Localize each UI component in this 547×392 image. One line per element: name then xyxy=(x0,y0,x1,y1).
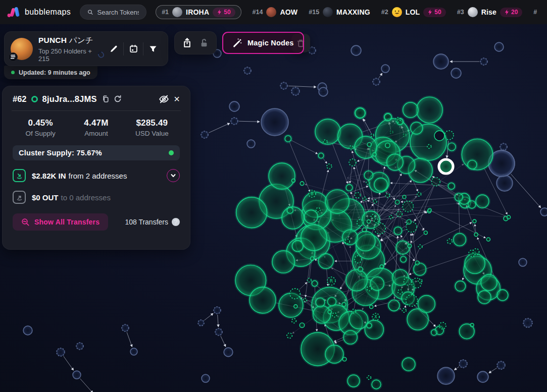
holder-bubble[interactable] xyxy=(372,380,381,389)
holder-bubble[interactable] xyxy=(327,164,332,169)
holder-bubble[interactable] xyxy=(373,200,377,203)
holder-bubble[interactable] xyxy=(342,357,346,361)
holder-bubble[interactable] xyxy=(323,140,327,144)
holder-bubble[interactable] xyxy=(476,195,489,208)
holder-bubble[interactable] xyxy=(362,228,366,232)
holder-bubble[interactable] xyxy=(373,152,376,156)
holder-bubble[interactable] xyxy=(303,298,307,302)
holder-bubble[interactable] xyxy=(250,287,276,313)
holder-bubble[interactable] xyxy=(327,297,336,306)
holder-bubble[interactable] xyxy=(370,305,373,309)
holder-bubble[interactable] xyxy=(395,118,401,123)
holder-bubble[interactable] xyxy=(388,300,400,311)
holder-bubble[interactable] xyxy=(301,225,327,250)
outside-bubble[interactable] xyxy=(496,175,513,191)
holder-bubble[interactable] xyxy=(387,154,404,171)
share-button[interactable] xyxy=(182,38,192,48)
holder-bubble[interactable] xyxy=(468,201,476,208)
holder-bubble[interactable] xyxy=(478,291,491,304)
holder-bubble[interactable] xyxy=(315,119,340,144)
outside-bubble[interactable] xyxy=(261,108,288,136)
holder-bubble[interactable] xyxy=(474,233,478,236)
outside-bubble[interactable] xyxy=(519,258,527,266)
holder-bubble[interactable] xyxy=(385,143,390,148)
holder-bubble[interactable] xyxy=(370,277,384,291)
holder-bubble[interactable] xyxy=(374,178,387,191)
lock-button[interactable] xyxy=(200,38,209,48)
holder-bubble[interactable] xyxy=(316,208,320,212)
outside-bubble[interactable] xyxy=(229,101,239,111)
holder-bubble[interactable] xyxy=(349,159,356,166)
holder-bubble[interactable] xyxy=(352,309,356,313)
outside-bubble[interactable] xyxy=(214,307,221,314)
holder-bubble[interactable] xyxy=(358,267,363,271)
holder-bubble[interactable] xyxy=(367,142,371,146)
outside-bubble[interactable] xyxy=(76,343,83,350)
outside-bubble[interactable] xyxy=(373,78,380,85)
holder-bubble[interactable] xyxy=(355,256,362,263)
holder-bubble[interactable] xyxy=(374,223,385,234)
holder-bubble[interactable] xyxy=(418,279,422,283)
holder-bubble[interactable] xyxy=(403,201,413,211)
holder-bubble[interactable] xyxy=(291,179,295,182)
history-button[interactable] xyxy=(124,39,143,59)
holder-bubble[interactable] xyxy=(343,330,357,344)
holder-bubble[interactable] xyxy=(305,210,318,223)
holder-bubble[interactable] xyxy=(417,192,421,196)
trending-token-maxxing[interactable]: #15MAXXING xyxy=(309,7,370,17)
holder-bubble[interactable] xyxy=(363,197,366,200)
outside-bubble[interactable] xyxy=(494,42,504,51)
holder-bubble[interactable] xyxy=(380,265,383,268)
holder-bubble[interactable] xyxy=(342,230,358,245)
outside-bubble[interactable] xyxy=(23,326,32,335)
holder-bubble[interactable] xyxy=(272,251,294,273)
holder-bubble[interactable] xyxy=(357,219,363,226)
holder-bubble[interactable] xyxy=(292,241,303,252)
holder-bubble[interactable] xyxy=(345,239,350,244)
outside-bubble[interactable] xyxy=(291,87,300,95)
holder-bubble[interactable] xyxy=(394,227,402,235)
trending-token-partial[interactable]: # xyxy=(533,9,537,16)
holder-bubble[interactable] xyxy=(294,305,297,308)
holder-bubble[interactable] xyxy=(455,193,463,201)
holder-bubble[interactable] xyxy=(316,298,325,307)
holder-bubble[interactable] xyxy=(332,313,337,317)
holder-bubble[interactable] xyxy=(325,190,349,213)
holder-bubble[interactable] xyxy=(318,153,323,158)
holder-bubble[interactable] xyxy=(292,318,296,323)
holder-bubble[interactable] xyxy=(411,122,423,134)
outside-bubble[interactable] xyxy=(480,58,487,65)
outside-bubble[interactable] xyxy=(244,67,251,74)
holder-bubble[interactable] xyxy=(447,239,452,244)
hide-wallet-button[interactable] xyxy=(159,94,169,104)
holder-bubble[interactable] xyxy=(427,144,431,148)
holder-bubble[interactable] xyxy=(367,376,371,380)
outside-bubble[interactable] xyxy=(247,140,255,148)
trending-token-lol[interactable]: #2LOL50 xyxy=(381,7,446,17)
outside-bubble[interactable] xyxy=(122,324,129,331)
holder-bubble[interactable] xyxy=(416,97,442,123)
holder-bubble[interactable] xyxy=(486,238,490,241)
holder-bubble[interactable] xyxy=(448,183,455,189)
holder-bubble[interactable] xyxy=(364,171,373,180)
holder-bubble[interactable] xyxy=(431,329,437,335)
holder-bubble[interactable] xyxy=(311,257,314,260)
outside-bubble[interactable] xyxy=(500,143,507,150)
holder-bubble[interactable] xyxy=(395,200,400,204)
holder-bubble[interactable] xyxy=(346,269,367,291)
show-all-transfers-button[interactable]: Show All Transfers xyxy=(13,213,108,231)
holder-bubble[interactable] xyxy=(269,163,295,189)
holder-bubble[interactable] xyxy=(384,114,391,121)
outside-bubble[interactable] xyxy=(73,371,81,379)
outside-bubble[interactable] xyxy=(497,361,505,369)
edit-button[interactable] xyxy=(104,39,123,59)
holder-bubble[interactable] xyxy=(366,181,370,185)
holder-bubble[interactable] xyxy=(356,231,375,251)
holder-bubble[interactable] xyxy=(408,244,412,248)
holder-bubble[interactable] xyxy=(389,215,393,219)
holder-bubble[interactable] xyxy=(424,231,427,235)
help-icon[interactable]: ? xyxy=(172,218,180,226)
holder-bubble[interactable] xyxy=(418,245,422,249)
trending-token-aow[interactable]: #14AOW xyxy=(253,7,298,17)
holder-bubble[interactable] xyxy=(398,290,403,294)
